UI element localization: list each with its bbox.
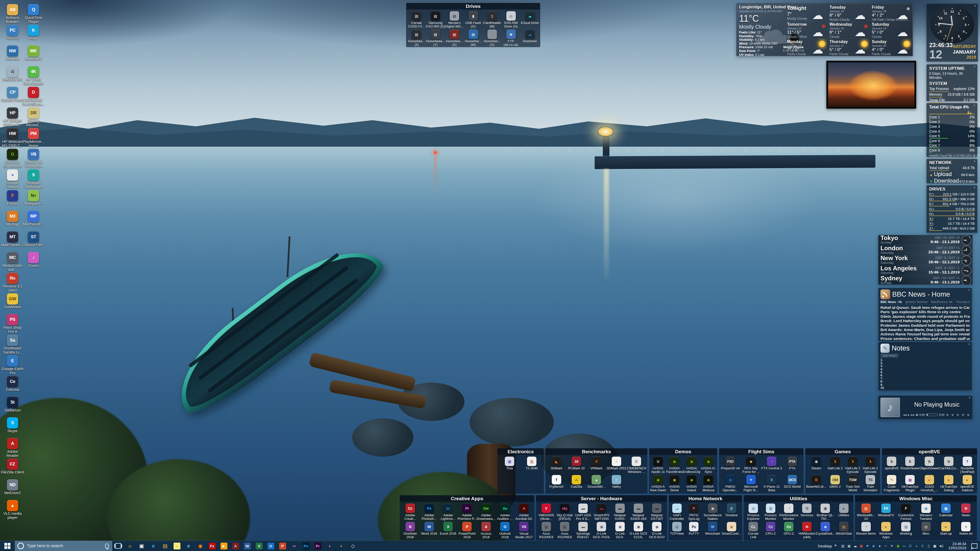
music-rating-stars[interactable]: ★ ★ ★ ★ ★ — [946, 413, 970, 417]
desktop-icon-myphonee[interactable]: MPMyPhoneE... — [23, 211, 44, 231]
fence-title[interactable]: Utilities — [744, 495, 853, 502]
cloud-backup-icon[interactable]: ● — [877, 543, 883, 549]
desktop-icon-vlc-media-player[interactable]: ▲VLC media player — [2, 500, 23, 521]
fence-item-ci323-unrefurb[interactable]: ▸CI323 Unrefurb_... — [920, 475, 939, 492]
desktop-icon-kodi[interactable]: KKodi — [23, 25, 44, 45]
fence-title[interactable]: Flight Sims — [719, 448, 803, 455]
fence-item-train-simulator[interactable]: TSTrain Simulator — [862, 475, 879, 492]
fence-item-corsair-link[interactable]: CLCorsair Link — [745, 522, 762, 539]
desktop-toolbar[interactable]: Desktop » — [816, 544, 838, 548]
fence-item-gpu-z[interactable]: GzGPU-Z — [780, 522, 798, 539]
fence-item-visual-studio-2017[interactable]: VSVisual Studio 2017 — [514, 522, 533, 539]
desktop-icon-datakam-player-ex[interactable]: DDATAKAM PLAYER.ex... — [23, 87, 44, 107]
bluetooth-icon[interactable]: B — [920, 543, 925, 549]
fence-item-cinebench-windows[interactable]: CCINEBENCH Windows ... — [627, 457, 646, 474]
fence-item-d-link-dcs-7010l[interactable]: ◉D-Link DCS-7010L — [592, 522, 611, 539]
desktop-icon-anthony-bowden[interactable]: ABAnthony Bowden — [2, 4, 23, 25]
news-headline[interactable]: Brexit: Lord Hattersley says people shou… — [880, 319, 970, 323]
desktop-icon-adobe-reader[interactable]: AAdobe Reader — [2, 438, 23, 459]
gem-icon[interactable]: ◆ — [871, 543, 877, 549]
fence-item-cardreader-m[interactable]: ▯CardReader (M) — [483, 11, 501, 29]
fence-item-western-digital-wd[interactable]: ▤Western Digital WD... — [445, 11, 464, 29]
note-line[interactable]: 1. — [880, 358, 970, 361]
fence-item-winaero-tweaker[interactable]: ◉Winaero Tweaker — [916, 503, 936, 521]
fence-item-samsung-evo-850-d[interactable]: ▤Samsung EVO 850 (D) — [426, 11, 445, 29]
fence-item-dvd-rw-drive-o[interactable]: ◎DVD-RW Drive (O) — [501, 11, 520, 29]
fence-item-outlook-2016[interactable]: OOutlook 2016 — [495, 522, 514, 539]
fence-item-vmdg505-mode[interactable]: VVMDG505 (Mode... — [537, 503, 555, 521]
edit-notes-button[interactable]: Edit Notes — [880, 354, 899, 358]
fence-item-homenet-w[interactable]: ▤HomeNet... (W) — [464, 30, 483, 47]
fence-item-windowbli-10[interactable]: ▤WindowBli... 10 — [856, 503, 876, 521]
fence-item-microsoft-flight-si[interactable]: ✈Microsoft Flight Si... — [741, 475, 761, 492]
desktop-icon-recycle-bin[interactable]: ♻Recycle Bin — [2, 66, 23, 87]
filezilla-icon[interactable]: Fz — [206, 541, 218, 551]
fence-item-word-2016[interactable]: WWord 2016 — [420, 522, 438, 539]
fence-item-x-plane-11-beta[interactable]: XX-Plane 11 Beta — [761, 475, 782, 492]
stop-button[interactable]: ■ — [916, 413, 918, 417]
fence-item-d-link-dcs-5222l[interactable]: ◉D-Link DCS 5222L — [629, 522, 648, 539]
fence-item-3dmark[interactable]: ◣3DMark — [546, 457, 566, 474]
fence-title[interactable]: Windows Misc — [855, 495, 977, 502]
painter-palette-icon[interactable]: ◗ — [335, 541, 347, 551]
news-tab-macrumors-mac[interactable]: MacRumors: Mac... — [931, 300, 952, 304]
airplane-icon[interactable]: ✈ — [889, 543, 895, 549]
desktop-icon-playmemor-home[interactable]: PMPlayMemor... Home — [23, 128, 44, 149]
fence-item-customize-fences[interactable]: FCustomize Fences — [896, 503, 916, 521]
desktop-icon-itunes[interactable]: ♪iTunes — [23, 252, 44, 273]
fence-item-dcs-world[interactable]: DCSDCS World — [782, 475, 803, 492]
fence-item-windows-apps[interactable]: ▸Windows Apps — [876, 522, 896, 539]
fence-item-3dmark-2011[interactable]: ≡3DMark 2011 — [606, 457, 626, 474]
fence-item-adobe-premiere-p[interactable]: PrAdobe Premiere P... — [458, 503, 476, 521]
camera-app-icon[interactable]: ▣ — [846, 543, 852, 549]
desktop-icon-sisoftware-sandra-li[interactable]: SaSiSoftware Sandra Li... — [2, 335, 23, 355]
news-tab-ghacks-technolog[interactable]: gHacks Technolog... — [905, 300, 928, 304]
desktop-icon-4k-video-downloader[interactable]: 4K4K Video Downloader — [23, 66, 44, 87]
fence-item-nvidia-apollo-11[interactable]: UnVIDIA Apollo 11 — [650, 457, 666, 474]
tray-expand-chevron[interactable]: » — [835, 543, 837, 547]
scissors-icon[interactable]: ✂ — [883, 543, 889, 549]
file-explorer-icon[interactable]: ▤ — [159, 541, 171, 551]
fence-item-adobe-creati[interactable]: CcAdobe Creati... — [401, 503, 420, 521]
hdd-health-icon[interactable]: ▤ — [840, 543, 846, 549]
fence-item-72-3540[interactable]: ▥72-3540 — [520, 457, 543, 474]
fence-item-calendar[interactable]: ▦Calendar — [936, 503, 956, 521]
network-status-icon[interactable]: ▣ — [932, 543, 938, 549]
fence-item-working[interactable]: ▤Working — [896, 522, 916, 539]
desktop-icon-hp-deskjet-3050a-j6[interactable]: HPHP Deskjet 3050A J6... — [2, 107, 23, 128]
fence-item-train-sim-world[interactable]: TSWTrain Sim World — [844, 475, 862, 492]
fence-title[interactable]: Creative Apps — [400, 495, 534, 502]
desktop-icon-hp-webcam-hd-2300-c[interactable]: HWHP Webcam HD 2300 C... — [2, 128, 23, 149]
fence-title[interactable]: Benchmarks — [546, 448, 647, 455]
logitech-g-icon[interactable]: G — [907, 543, 913, 549]
fence-item-surveillance-station-client[interactable]: ◉Surveillance Station Client — [703, 503, 722, 521]
fence-item-uktrainsys-debug[interactable]: ▸UkTrainSys Debug — [939, 475, 958, 492]
fence-item-news[interactable]: NNews — [956, 503, 976, 521]
music-progress-bar[interactable] — [926, 413, 938, 416]
news-headline[interactable]: Brit Awards: Anne-Marie, Dua Lipa, Jorja… — [880, 328, 970, 332]
fence-item-asus-rs200e9-windows[interactable]: ▤Asus RS200E9 (Windows) — [537, 522, 555, 539]
next-button[interactable]: ▸▸ — [911, 413, 916, 417]
fence-item-asus-rs200e9-linux[interactable]: ▤Asus RS200E9 (Linux) — [555, 522, 574, 539]
fence-item-half-life-2[interactable]: λHalf-Life 2 — [826, 457, 844, 474]
fence-item-nvidia-medusa[interactable]: ◉nVIDIA Medusa — [700, 475, 716, 492]
desktop-icon-goldwave[interactable]: GWGoldWave — [2, 293, 23, 314]
fence-item-icloud-drive[interactable]: ☁iCloud Drive — [520, 11, 539, 29]
fence-item-code-fragments[interactable]: ✎Code Fragments ... — [883, 475, 900, 492]
store-icon[interactable]: ▣ — [136, 541, 148, 551]
fence-item-vrmark[interactable]: VVRMark — [587, 457, 606, 474]
fence-item-process-explorer[interactable]: ◎Process Explorer — [745, 503, 762, 521]
fence-item-corsair-cssd-f2[interactable]: ▤Corsair CSSD-F2... — [407, 11, 426, 29]
desktop-icon-mediacoder-x64[interactable]: MCMediaCoder x64... — [2, 252, 23, 273]
fence-item-beamng-dr[interactable]: BBeamNG.dr... — [806, 475, 826, 492]
fence-item-prtg-syslog-windowss[interactable]: PPRTG SysLog (WindowsS... — [684, 503, 703, 521]
fence-item-performance-monitor[interactable]: ◔Performance Monitor — [780, 503, 798, 521]
desktop-icon-notepad[interactable]: N+Notepad++ — [23, 190, 44, 211]
desktop-icon-celestia[interactable]: CeCelestia — [2, 376, 23, 397]
desktop-icon-driving-record[interactable]: DRDriving Record... — [23, 107, 44, 128]
desktop-icon-stellarium[interactable]: StStellarium — [2, 397, 23, 417]
photoshop-icon[interactable]: Ps — [300, 541, 312, 551]
fence-item-hwmonitor-x64[interactable]: HHWMonitor (x64) — [798, 522, 816, 539]
fence-item-utilities[interactable]: ▸Utilities — [835, 503, 853, 521]
fence-item-d-link-dcs-4602ev[interactable]: ◉D-Link DCS-4602EV — [611, 522, 629, 539]
